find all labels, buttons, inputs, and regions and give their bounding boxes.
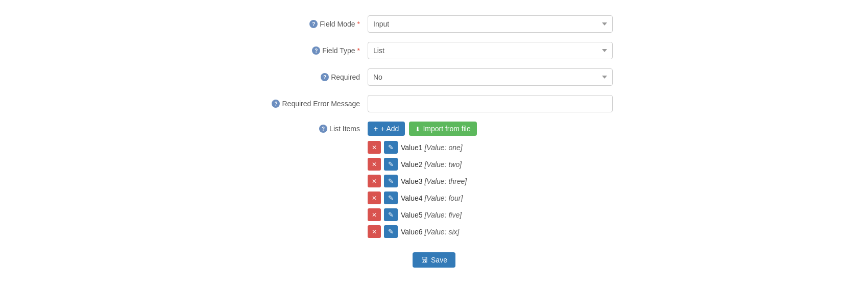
delete-item-1-button[interactable] (368, 141, 381, 154)
pencil-icon (388, 177, 394, 185)
list-item-text: Value1 [Value: one] (401, 144, 463, 152)
required-error-message-input[interactable] (368, 95, 613, 112)
field-mode-help-icon[interactable]: ? (309, 20, 318, 28)
pencil-icon (388, 228, 394, 235)
list-item: Value3 [Value: three] (368, 175, 613, 187)
required-help-icon[interactable]: ? (321, 73, 329, 81)
pencil-icon (388, 144, 394, 151)
list-items-row: ? List Items + Add Import from file (255, 122, 613, 242)
floppy-icon: 🖫 (421, 256, 428, 264)
required-error-message-label: ? Required Error Message (255, 100, 368, 108)
edit-item-5-button[interactable] (384, 208, 398, 221)
list-items-label: ? List Items (255, 122, 368, 133)
times-icon (372, 177, 377, 185)
edit-item-1-button[interactable] (384, 141, 398, 154)
field-type-help-icon[interactable]: ? (312, 46, 320, 55)
list-item: Value2 [Value: two] (368, 158, 613, 171)
pencil-icon (388, 160, 394, 168)
times-icon (372, 160, 377, 168)
edit-item-4-button[interactable] (384, 192, 398, 204)
times-icon (372, 228, 377, 235)
times-icon (372, 211, 377, 219)
required-row: ? Required No Yes (255, 68, 613, 86)
list-items-toolbar: + Add Import from file (368, 122, 613, 136)
field-mode-select[interactable]: Input Output Hidden (368, 15, 613, 33)
field-mode-row: ? Field Mode * Input Output Hidden (255, 15, 613, 33)
list-item: Value1 [Value: one] (368, 141, 613, 154)
form-container: ? Field Mode * Input Output Hidden ? Fie… (255, 10, 613, 277)
list-item: Value4 [Value: four] (368, 192, 613, 204)
save-button[interactable]: 🖫 Save (413, 252, 455, 268)
delete-item-4-button[interactable] (368, 192, 381, 204)
times-icon (372, 144, 377, 151)
required-select[interactable]: No Yes (368, 68, 613, 86)
delete-item-3-button[interactable] (368, 175, 381, 187)
list-item: Value6 [Value: six] (368, 225, 613, 238)
delete-item-2-button[interactable] (368, 158, 381, 171)
required-error-help-icon[interactable]: ? (272, 100, 280, 108)
import-from-file-button[interactable]: Import from file (409, 122, 476, 136)
edit-item-3-button[interactable] (384, 175, 398, 187)
field-mode-label: ? Field Mode * (255, 20, 368, 28)
times-icon (372, 194, 377, 202)
field-type-select[interactable]: List Text Number Date Checkbox (368, 42, 613, 59)
list-items-help-icon[interactable]: ? (319, 125, 327, 133)
list-item: Value5 [Value: five] (368, 208, 613, 221)
page-wrapper: ? Field Mode * Input Output Hidden ? Fie… (0, 0, 868, 287)
pencil-icon (388, 211, 394, 219)
required-error-message-row: ? Required Error Message (255, 95, 613, 112)
delete-item-6-button[interactable] (368, 225, 381, 238)
required-label: ? Required (255, 73, 368, 81)
list-item-text: Value3 [Value: three] (401, 177, 467, 185)
download-icon (415, 125, 420, 133)
edit-item-6-button[interactable] (384, 225, 398, 238)
list-item-text: Value2 [Value: two] (401, 160, 462, 169)
list-item-text: Value4 [Value: four] (401, 194, 463, 202)
plus-icon (374, 125, 378, 133)
delete-item-5-button[interactable] (368, 208, 381, 221)
edit-item-2-button[interactable] (384, 158, 398, 171)
save-row: 🖫 Save (255, 252, 613, 268)
list-item-text: Value5 [Value: five] (401, 211, 462, 219)
list-items-content: + Add Import from file (368, 122, 613, 242)
pencil-icon (388, 194, 394, 202)
add-button[interactable]: + Add (368, 122, 405, 136)
list-item-text: Value6 [Value: six] (401, 228, 459, 236)
field-type-label: ? Field Type * (255, 46, 368, 55)
field-type-row: ? Field Type * List Text Number Date Che… (255, 42, 613, 59)
